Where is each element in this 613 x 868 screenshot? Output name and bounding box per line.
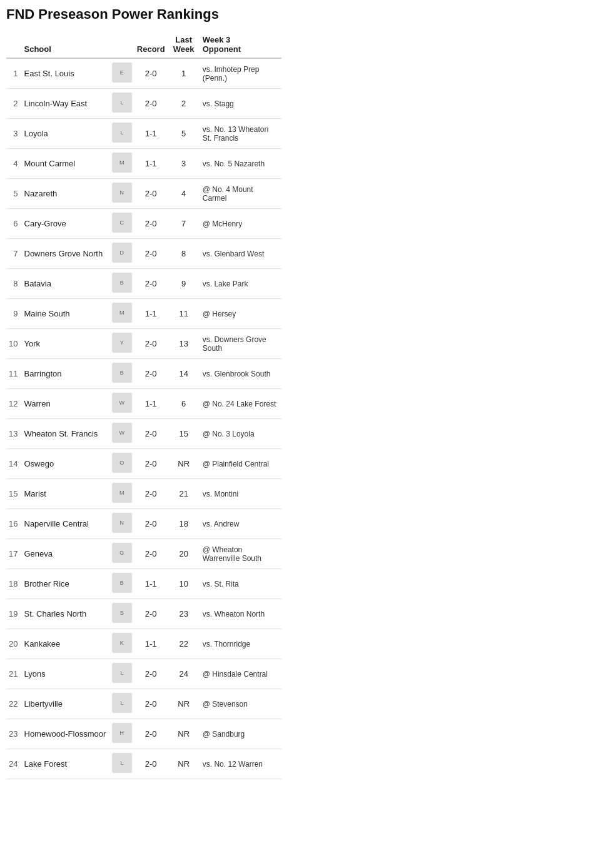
school-logo: L xyxy=(112,123,132,143)
lastweek-cell: 10 xyxy=(168,569,200,599)
lastweek-cell: 24 xyxy=(168,659,200,689)
lastweek-cell: 2 xyxy=(168,89,200,119)
rank-cell: 14 xyxy=(6,449,22,479)
table-row: 3LoyolaL1-15vs. No. 13 Wheaton St. Franc… xyxy=(6,119,281,149)
school-name-cell: Naperville Central xyxy=(22,509,109,539)
lastweek-cell: NR xyxy=(168,749,200,779)
rank-cell: 4 xyxy=(6,149,22,179)
table-header-row: School Record LastWeek Week 3Opponent xyxy=(6,31,281,58)
school-name-cell: Lyons xyxy=(22,659,109,689)
record-cell: 2-0 xyxy=(134,179,168,209)
school-logo: S xyxy=(112,603,132,623)
school-logo: N xyxy=(112,513,132,533)
table-row: 13Wheaton St. FrancisW2-015@ No. 3 Loyol… xyxy=(6,419,281,449)
school-logo: B xyxy=(112,573,132,593)
school-logo: C xyxy=(112,213,132,233)
logo-cell: S xyxy=(109,599,134,629)
school-logo: Y xyxy=(112,333,132,353)
opponent-cell: vs. Lake Park xyxy=(200,269,281,299)
lastweek-cell: 15 xyxy=(168,419,200,449)
lastweek-cell: 5 xyxy=(168,119,200,149)
opponent-cell: vs. Imhotep Prep (Penn.) xyxy=(200,58,281,89)
school-name-cell: Nazareth xyxy=(22,179,109,209)
lastweek-cell: 13 xyxy=(168,329,200,359)
school-logo: G xyxy=(112,543,132,563)
school-logo: L xyxy=(112,693,132,713)
rank-cell: 15 xyxy=(6,479,22,509)
lastweek-cell: 23 xyxy=(168,599,200,629)
school-logo: D xyxy=(112,243,132,263)
opponent-cell: vs. No. 13 Wheaton St. Francis xyxy=(200,119,281,149)
logo-cell: M xyxy=(109,149,134,179)
record-cell: 2-0 xyxy=(134,539,168,569)
logo-cell: O xyxy=(109,449,134,479)
school-logo: K xyxy=(112,633,132,653)
school-logo: E xyxy=(112,63,132,83)
record-cell: 2-0 xyxy=(134,239,168,269)
logo-cell: W xyxy=(109,419,134,449)
table-row: 8BataviaB2-09vs. Lake Park xyxy=(6,269,281,299)
lastweek-cell: 9 xyxy=(168,269,200,299)
record-cell: 2-0 xyxy=(134,599,168,629)
school-header: School xyxy=(22,31,109,58)
logo-cell: Y xyxy=(109,329,134,359)
rank-cell: 3 xyxy=(6,119,22,149)
record-cell: 1-1 xyxy=(134,389,168,419)
rank-cell: 23 xyxy=(6,719,22,749)
school-name-cell: Cary-Grove xyxy=(22,209,109,239)
record-header: Record xyxy=(134,31,168,58)
opponent-cell: vs. Andrew xyxy=(200,509,281,539)
lastweek-cell: 14 xyxy=(168,359,200,389)
record-cell: 1-1 xyxy=(134,629,168,659)
record-cell: 2-0 xyxy=(134,479,168,509)
table-row: 9Maine SouthM1-111@ Hersey xyxy=(6,299,281,329)
school-logo: M xyxy=(112,153,132,173)
logo-cell: L xyxy=(109,689,134,719)
record-cell: 1-1 xyxy=(134,119,168,149)
school-logo: W xyxy=(112,423,132,443)
logo-cell: B xyxy=(109,359,134,389)
opponent-cell: @ Sandburg xyxy=(200,719,281,749)
table-row: 16Naperville CentralN2-018vs. Andrew xyxy=(6,509,281,539)
table-row: 22LibertyvilleL2-0NR@ Stevenson xyxy=(6,689,281,719)
opponent-cell: vs. Glenbard West xyxy=(200,239,281,269)
rank-cell: 11 xyxy=(6,359,22,389)
lastweek-cell: 3 xyxy=(168,149,200,179)
opponent-cell: vs. Glenbrook South xyxy=(200,359,281,389)
rank-cell: 6 xyxy=(6,209,22,239)
lastweek-cell: 22 xyxy=(168,629,200,659)
school-name-cell: Lincoln-Way East xyxy=(22,89,109,119)
table-row: 10YorkY2-013vs. Downers Grove South xyxy=(6,329,281,359)
school-name-cell: Homewood-Flossmoor xyxy=(22,719,109,749)
school-logo: M xyxy=(112,483,132,503)
school-name-cell: Downers Grove North xyxy=(22,239,109,269)
school-name-cell: Kankakee xyxy=(22,629,109,659)
rank-cell: 20 xyxy=(6,629,22,659)
school-name-cell: Warren xyxy=(22,389,109,419)
record-cell: 2-0 xyxy=(134,209,168,239)
table-row: 19St. Charles NorthS2-023vs. Wheaton Nor… xyxy=(6,599,281,629)
table-row: 4Mount CarmelM1-13vs. No. 5 Nazareth xyxy=(6,149,281,179)
school-name-cell: Mount Carmel xyxy=(22,149,109,179)
record-cell: 1-1 xyxy=(134,569,168,599)
school-name-cell: Brother Rice xyxy=(22,569,109,599)
school-name-cell: Wheaton St. Francis xyxy=(22,419,109,449)
lastweek-cell: 20 xyxy=(168,539,200,569)
opponent-cell: @ McHenry xyxy=(200,209,281,239)
rank-cell: 16 xyxy=(6,509,22,539)
rank-cell: 17 xyxy=(6,539,22,569)
opponent-cell: @ Hersey xyxy=(200,299,281,329)
record-cell: 2-0 xyxy=(134,58,168,89)
logo-cell: N xyxy=(109,179,134,209)
record-cell: 2-0 xyxy=(134,689,168,719)
opponent-cell: @ Hinsdale Central xyxy=(200,659,281,689)
record-cell: 1-1 xyxy=(134,149,168,179)
school-name-cell: Geneva xyxy=(22,539,109,569)
rankings-table: School Record LastWeek Week 3Opponent 1E… xyxy=(6,31,281,779)
table-row: 21LyonsL2-024@ Hinsdale Central xyxy=(6,659,281,689)
record-cell: 2-0 xyxy=(134,449,168,479)
school-name-cell: Maine South xyxy=(22,299,109,329)
lastweek-cell: 1 xyxy=(168,58,200,89)
opponent-cell: @ No. 24 Lake Forest xyxy=(200,389,281,419)
table-body: 1East St. LouisE2-01vs. Imhotep Prep (Pe… xyxy=(6,58,281,779)
